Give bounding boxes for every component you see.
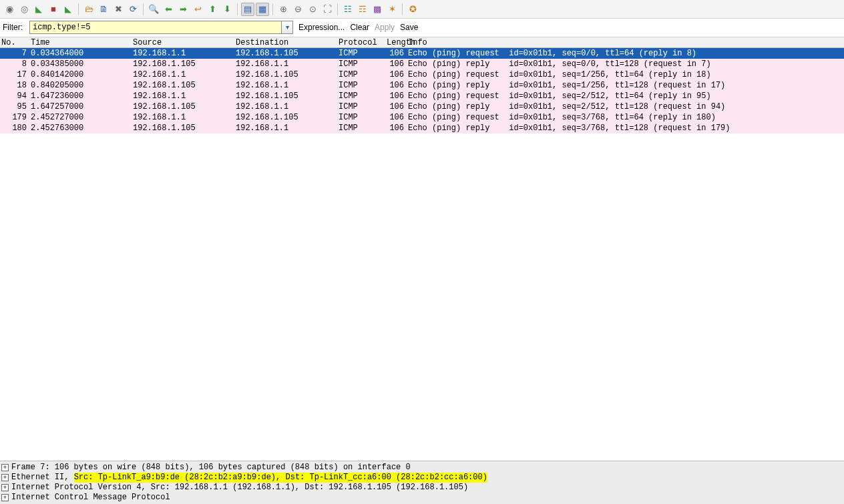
go-jump-icon[interactable]: ↩ — [191, 3, 204, 16]
filter-bar: Filter: ▾ Expression... Clear Apply Save — [0, 19, 844, 37]
toolbar-separator — [237, 3, 238, 15]
col-header-source[interactable]: Source — [133, 37, 236, 47]
table-row[interactable]: 80.034385000192.168.1.105192.168.1.1ICMP… — [0, 59, 844, 69]
cell-time: 0.034385000 — [31, 59, 133, 69]
file-open-icon[interactable]: 🗁 — [82, 3, 95, 16]
clear-button[interactable]: Clear — [350, 23, 369, 32]
capture-restart-icon[interactable]: ◣ — [61, 3, 75, 16]
cell-source: 192.168.1.105 — [133, 80, 236, 91]
cell-no: 179 — [0, 112, 31, 123]
detail-ip[interactable]: + Internet Protocol Version 4, Src: 192.… — [0, 483, 844, 493]
capture-interfaces-icon[interactable]: ◉ — [3, 3, 16, 16]
cell-protocol: ICMP — [339, 123, 387, 134]
cell-length: 106 — [387, 80, 408, 91]
zoom-out-icon[interactable]: ⊖ — [291, 3, 304, 16]
table-row[interactable]: 951.647257000192.168.1.105192.168.1.1ICM… — [0, 101, 844, 112]
cell-time: 0.034364000 — [31, 48, 133, 59]
cell-time: 2.452727000 — [31, 112, 133, 123]
cell-no: 94 — [0, 91, 31, 101]
toolbar-separator — [78, 3, 79, 15]
file-save-icon[interactable]: 🗎 — [97, 3, 110, 16]
cell-source: 192.168.1.1 — [133, 69, 236, 80]
table-row[interactable]: 170.840142000192.168.1.1192.168.1.105ICM… — [0, 69, 844, 80]
file-close-icon[interactable]: ✖ — [112, 3, 125, 16]
cell-length: 106 — [387, 48, 408, 59]
expand-icon[interactable]: + — [1, 464, 9, 471]
cell-no: 95 — [0, 101, 31, 112]
toolbar-separator — [337, 3, 338, 15]
toolbar-separator — [402, 3, 403, 15]
zoom-reset-icon[interactable]: ⊙ — [306, 3, 319, 16]
filter-label: Filter: — [3, 23, 23, 32]
help-icon[interactable]: ✪ — [406, 3, 419, 16]
cell-source: 192.168.1.1 — [133, 112, 236, 123]
filter-dropdown-icon[interactable]: ▾ — [281, 21, 293, 34]
cell-time: 0.840205000 — [31, 80, 133, 91]
toolbar-separator — [143, 3, 144, 15]
preferences-icon[interactable]: ✶ — [385, 3, 399, 16]
table-row[interactable]: 1802.452763000192.168.1.105192.168.1.1IC… — [0, 123, 844, 134]
table-row[interactable]: 180.840205000192.168.1.105192.168.1.1ICM… — [0, 80, 844, 91]
detail-icmp[interactable]: + Internet Control Message Protocol — [0, 493, 844, 503]
cell-destination: 192.168.1.105 — [236, 91, 339, 101]
cell-length: 106 — [387, 69, 408, 80]
col-header-proto[interactable]: Protocol — [339, 37, 387, 47]
go-back-icon[interactable]: ⬅ — [162, 3, 175, 16]
apply-button[interactable]: Apply — [375, 23, 395, 32]
detail-eth-highlight: Src: Tp-LinkT_a9:b9:de (28:2c:b2:a9:b9:d… — [74, 473, 487, 483]
detail-ethernet[interactable]: + Ethernet II, Src: Tp-LinkT_a9:b9:de (2… — [0, 473, 844, 483]
expand-icon[interactable]: + — [1, 484, 9, 491]
expression-button[interactable]: Expression... — [298, 23, 345, 32]
cell-destination: 192.168.1.105 — [236, 112, 339, 123]
coloring-rules-icon[interactable]: ▩ — [371, 3, 384, 16]
table-row[interactable]: 70.034364000192.168.1.1192.168.1.105ICMP… — [0, 48, 844, 59]
packet-details[interactable]: + Frame 7: 106 bytes on wire (848 bits),… — [0, 461, 844, 504]
detail-icmp-text: Internet Control Message Protocol — [11, 493, 170, 503]
cell-info: Echo (ping) request id=0x01b1, seq=0/0, … — [408, 48, 844, 59]
capture-start-icon[interactable]: ◣ — [32, 3, 45, 16]
cell-length: 106 — [387, 101, 408, 112]
go-forward-icon[interactable]: ➡ — [176, 3, 190, 16]
cell-protocol: ICMP — [339, 101, 387, 112]
expand-icon[interactable]: + — [1, 494, 9, 501]
detail-frame[interactable]: + Frame 7: 106 bytes on wire (848 bits),… — [0, 463, 844, 473]
cell-info: Echo (ping) request id=0x01b1, seq=3/768… — [408, 112, 844, 123]
packet-list[interactable]: 70.034364000192.168.1.1192.168.1.105ICMP… — [0, 48, 844, 461]
go-last-icon[interactable]: ⬇ — [220, 3, 234, 16]
cell-info: Echo (ping) reply id=0x01b1, seq=3/768, … — [408, 123, 844, 134]
save-button[interactable]: Save — [400, 23, 418, 32]
cell-time: 0.840142000 — [31, 69, 133, 80]
col-header-info[interactable]: Info — [408, 37, 844, 47]
go-first-icon[interactable]: ⬆ — [206, 3, 219, 16]
table-row[interactable]: 941.647236000192.168.1.1192.168.1.105ICM… — [0, 91, 844, 101]
col-header-no[interactable]: No. — [0, 37, 31, 47]
auto-scroll-icon[interactable]: ▦ — [256, 3, 269, 16]
cell-destination: 192.168.1.1 — [236, 123, 339, 134]
detail-ip-text: Internet Protocol Version 4, Src: 192.16… — [11, 483, 468, 493]
cell-destination: 192.168.1.105 — [236, 69, 339, 80]
find-icon[interactable]: 🔍 — [147, 3, 160, 16]
table-row[interactable]: 1792.452727000192.168.1.1192.168.1.105IC… — [0, 112, 844, 123]
resize-columns-icon[interactable]: ⛶ — [321, 3, 334, 16]
cell-no: 7 — [0, 48, 31, 59]
cell-no: 18 — [0, 80, 31, 91]
capture-options-icon[interactable]: ◎ — [17, 3, 31, 16]
expand-icon[interactable]: + — [1, 474, 9, 481]
reload-icon[interactable]: ⟳ — [126, 3, 140, 16]
capture-filters-icon[interactable]: ☷ — [341, 3, 355, 16]
col-header-dest[interactable]: Destination — [236, 37, 339, 47]
display-filters-icon[interactable]: ☶ — [356, 3, 369, 16]
cell-source: 192.168.1.105 — [133, 123, 236, 134]
colorize-icon[interactable]: ▤ — [241, 3, 254, 16]
packet-list-header: No. Time Source Destination Protocol Len… — [0, 37, 844, 48]
col-header-time[interactable]: Time — [31, 37, 133, 47]
cell-length: 106 — [387, 123, 408, 134]
capture-stop-icon[interactable]: ■ — [47, 3, 60, 16]
filter-input[interactable] — [29, 21, 281, 34]
col-header-length[interactable]: Length — [387, 37, 408, 47]
cell-time: 1.647257000 — [31, 101, 133, 112]
cell-protocol: ICMP — [339, 80, 387, 91]
cell-destination: 192.168.1.1 — [236, 80, 339, 91]
zoom-in-icon[interactable]: ⊕ — [276, 3, 290, 16]
cell-protocol: ICMP — [339, 69, 387, 80]
